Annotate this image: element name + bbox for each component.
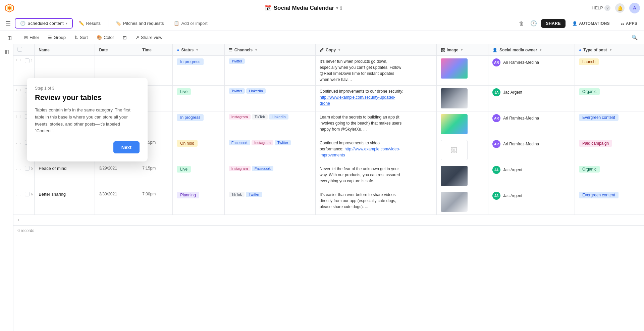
row-image-cell[interactable] [436, 163, 488, 189]
share-button[interactable]: SHARE [541, 19, 566, 28]
image-placeholder: 🖼 [441, 140, 468, 160]
row-type-cell[interactable]: Launch [575, 56, 644, 86]
row-type-cell[interactable]: Paid campaign [575, 137, 644, 163]
add-row-button[interactable]: + [13, 215, 644, 226]
row-status-cell[interactable]: In progress [173, 56, 225, 86]
owner-name: Ari Ramírez-Medina [503, 142, 539, 146]
add-import-button[interactable]: 📋 Add or import [170, 19, 211, 28]
channel-tag: TikTok [229, 192, 245, 197]
app-title: 📅 Social Media Calendar ▾ ℹ [17, 4, 589, 11]
help-button[interactable]: HELP ? [592, 5, 610, 11]
row-channels-cell[interactable]: TwitterLinkedIn [224, 86, 315, 111]
app-logo[interactable] [4, 3, 15, 13]
image-sort-icon[interactable]: ▾ [461, 48, 463, 52]
row-checkbox[interactable] [25, 166, 30, 171]
row-type-cell[interactable]: Evergreen content [575, 111, 644, 137]
copy-link[interactable]: http://www.example.com/video-improvement… [320, 147, 400, 157]
share-view-button[interactable]: ↗ Share view [132, 33, 166, 42]
sidebar-mini-toggle[interactable]: ◧ [2, 47, 11, 56]
automations-icon: 👤 [572, 21, 577, 26]
menu-toggle[interactable]: ☰ [3, 18, 13, 29]
apps-button[interactable]: ⚏ APPS [616, 19, 641, 28]
row-copy-cell[interactable]: Continued improvements to our drone secu… [316, 86, 437, 111]
row-copy-cell[interactable]: Continued improvements to video performa… [316, 137, 437, 163]
sidebar-toggle-button[interactable]: ◫ [4, 33, 15, 42]
owner-name: Jac Argent [503, 168, 522, 172]
history-button[interactable]: 🕐 [529, 19, 538, 28]
chevron-down-icon[interactable]: ▾ [336, 6, 338, 10]
filter-icon: ⊟ [24, 35, 28, 40]
row-owner-cell[interactable]: ARAri Ramírez-Medina [488, 111, 575, 137]
row-time-cell[interactable]: 7:00pm [138, 189, 173, 215]
channels-sort-icon[interactable]: ▾ [255, 48, 257, 52]
col-copy: 🖊 Copy ▾ [316, 44, 437, 56]
row-status-cell[interactable]: Planning [173, 189, 225, 215]
tab-scheduled-content[interactable]: 🕐 Scheduled content ▾ [15, 18, 73, 29]
row-owner-cell[interactable]: ARAri Ramírez-Medina [488, 56, 575, 86]
row-checkbox[interactable] [25, 192, 30, 196]
row-time-cell[interactable]: 7:15pm [138, 163, 173, 189]
status-sort-icon[interactable]: ▾ [196, 48, 198, 52]
row-owner-cell[interactable]: ARAri Ramírez-Medina [488, 137, 575, 163]
select-all-checkbox[interactable] [17, 47, 22, 52]
toolbar-right: 🔍 [629, 32, 640, 43]
channel-tag: Twitter [229, 58, 245, 64]
user-avatar[interactable]: A [629, 3, 640, 13]
row-image-cell[interactable] [436, 56, 488, 86]
copy-sort-icon[interactable]: ▾ [338, 48, 340, 52]
row-image-cell[interactable] [436, 189, 488, 215]
row-image-cell[interactable] [436, 111, 488, 137]
search-button[interactable]: 🔍 [629, 32, 640, 43]
row-status-cell[interactable]: In progress [173, 111, 225, 137]
row-channels-cell[interactable]: InstagramTikTokLinkedIn [224, 111, 315, 137]
row-channels-cell[interactable]: InstagramFacebook [224, 163, 315, 189]
row-copy-cell[interactable]: Learn about the secrets to building an a… [316, 111, 437, 137]
row-name-cell[interactable]: Better sharing [35, 189, 95, 215]
row-type-cell[interactable]: Organic [575, 86, 644, 111]
row-date-cell[interactable]: 3/30/2021 [95, 189, 138, 215]
group-button[interactable]: ☰ Group [45, 33, 69, 42]
row-owner-cell[interactable]: JAJac Argent [488, 189, 575, 215]
sort-button[interactable]: ⇅ Sort [71, 33, 91, 42]
row-status-cell[interactable]: Live [173, 86, 225, 111]
row-height-button[interactable]: ⊡ [119, 33, 130, 42]
owner-sort-icon[interactable]: ▾ [540, 48, 541, 52]
col-status: ● Status ▾ [173, 44, 225, 56]
type-badge: Paid campaign [579, 140, 612, 147]
row-copy-cell[interactable]: It's easier than ever before to share vi… [316, 189, 437, 215]
tab-results[interactable]: ✏️ Results [74, 19, 105, 28]
info-icon[interactable]: ℹ [340, 5, 342, 11]
filter-button[interactable]: ⊟ Filter [21, 33, 43, 42]
row-type-cell[interactable]: Evergreen content [575, 189, 644, 215]
row-copy-cell[interactable]: Never let the fear of the unknown get in… [316, 163, 437, 189]
row-name-cell[interactable]: Peace of mind [35, 163, 95, 189]
row-checkbox[interactable] [25, 58, 30, 63]
notifications-button[interactable]: 🔔 [615, 3, 625, 13]
row-type-cell[interactable]: Organic [575, 163, 644, 189]
row-status-cell[interactable]: On hold [173, 137, 225, 163]
row-date-cell[interactable]: 3/29/2021 [95, 163, 138, 189]
row-channels-cell[interactable]: Twitter [224, 56, 315, 86]
table-area: Name Date Time ● Status ▾ [13, 44, 644, 331]
status-badge: Live [177, 166, 191, 173]
row-channels-cell[interactable]: TikTokTwitter [224, 189, 315, 215]
trash-button[interactable]: 🗑 [517, 19, 526, 28]
row-status-cell[interactable]: Live [173, 163, 225, 189]
copy-link[interactable]: http://www.example.com/security-updates-… [320, 95, 395, 106]
row-image-cell[interactable] [436, 86, 488, 111]
color-button[interactable]: 🎨 Color [93, 33, 117, 42]
row-height-icon: ⊡ [123, 35, 127, 40]
row-owner-cell[interactable]: JAJac Argent [488, 163, 575, 189]
results-icon: ✏️ [79, 21, 84, 26]
row-copy-cell[interactable]: It's never fun when products go down, es… [316, 56, 437, 86]
row-owner-cell[interactable]: JAJac Argent [488, 86, 575, 111]
tab-pitches[interactable]: 🏷️ Pitches and requests [111, 19, 168, 28]
status-badge: In progress [177, 114, 204, 121]
automations-button[interactable]: 👤 AUTOMATIONS [568, 19, 614, 28]
col-image: 🖼 Image ▾ [436, 44, 488, 56]
type-sort-icon[interactable]: ▾ [610, 48, 611, 52]
guide-next-button[interactable]: Next [113, 141, 140, 153]
row-image-cell[interactable]: 🖼 [436, 137, 488, 163]
row-channels-cell[interactable]: FacebookInstagramTwitter [224, 137, 315, 163]
tab-dropdown-icon[interactable]: ▾ [66, 21, 67, 25]
